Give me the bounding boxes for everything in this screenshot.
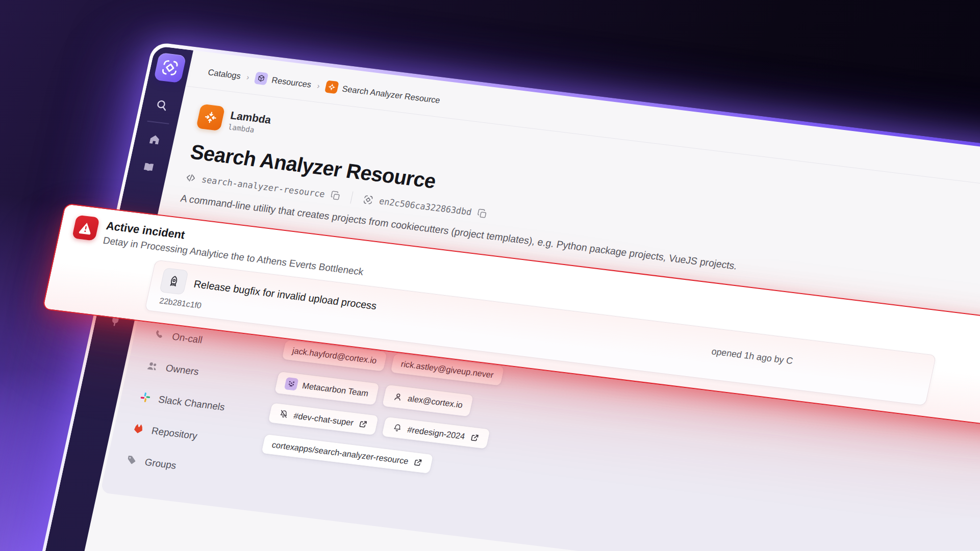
owner-user-chip[interactable]: alex@cortex.io xyxy=(382,384,474,417)
cube-icon xyxy=(254,71,269,85)
book-icon[interactable] xyxy=(140,160,156,174)
sidebar-divider xyxy=(147,121,169,124)
breadcrumb-label: Catalogs xyxy=(207,67,242,81)
cortex-logo[interactable] xyxy=(154,53,187,83)
chip-label: #dev-chat-super xyxy=(293,410,355,427)
entity-slug: search-analyzer-resource xyxy=(200,174,325,199)
lambda-icon xyxy=(196,104,225,131)
cortex-mark-icon xyxy=(361,193,375,206)
copy-icon[interactable] xyxy=(329,190,342,201)
code-icon xyxy=(184,172,197,184)
breadcrumb-label: Resources xyxy=(271,75,312,89)
chip-label: cortexapps/search-analyzer-resource xyxy=(271,440,409,466)
chevron-right-icon: › xyxy=(316,81,321,90)
detail-label: Slack Channels xyxy=(157,393,225,413)
marketing-scene: Catalogs › Resources xyxy=(0,0,980,551)
slack-icon xyxy=(138,391,153,404)
bell-muted-icon xyxy=(278,408,290,419)
rocket-release-icon xyxy=(159,268,188,295)
detail-label: On-call xyxy=(171,331,204,346)
entity-id: en2c506ca322863dbd xyxy=(378,196,472,217)
home-icon[interactable] xyxy=(146,132,162,147)
copy-icon[interactable] xyxy=(476,207,489,219)
breadcrumb-catalogs[interactable]: Catalogs xyxy=(207,67,242,81)
chip-label: alex@cortex.io xyxy=(407,393,464,410)
tag-icon xyxy=(124,454,139,467)
breadcrumb-current[interactable]: Search Analyzer Resource xyxy=(324,80,441,106)
owner-team-chip[interactable]: Metacarbon Team xyxy=(274,371,380,406)
alert-triangle-icon xyxy=(72,215,100,241)
chip-label: Metacarbon Team xyxy=(301,380,369,398)
chip-label: #redesign-2024 xyxy=(407,425,466,441)
gitlab-icon xyxy=(132,423,146,436)
external-link-icon xyxy=(412,457,424,468)
people-icon xyxy=(145,359,160,373)
person-icon xyxy=(392,391,404,403)
slack-channel-chip[interactable]: #redesign-2024 xyxy=(381,416,490,450)
detail-label: Owners xyxy=(165,362,200,378)
breadcrumb-resources[interactable]: Resources xyxy=(254,71,313,90)
detail-label: Repository xyxy=(150,425,198,442)
slack-channel-chip[interactable]: #dev-chat-super xyxy=(267,402,379,435)
team-avatar xyxy=(284,377,299,391)
detail-label: Groups xyxy=(144,456,178,471)
chevron-right-icon: › xyxy=(246,72,250,81)
bell-icon xyxy=(391,423,404,434)
breadcrumb-label: Search Analyzer Resource xyxy=(341,84,441,105)
external-link-icon xyxy=(358,418,369,429)
search-icon[interactable] xyxy=(154,98,170,113)
lambda-icon xyxy=(324,80,339,94)
divider xyxy=(350,192,353,204)
external-link-icon xyxy=(469,432,481,443)
phone-icon xyxy=(152,328,166,342)
